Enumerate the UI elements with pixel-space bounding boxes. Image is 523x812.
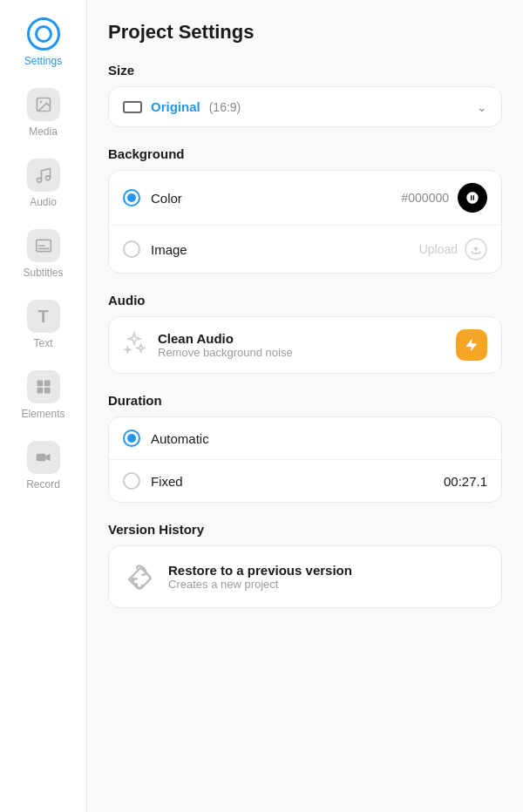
audio-section-label: Audio: [108, 293, 502, 308]
audio-card: Clean Audio Remove background noise: [108, 316, 502, 374]
restore-row[interactable]: Restore to a previous version Creates a …: [109, 546, 501, 607]
fixed-radio[interactable]: [123, 472, 140, 490]
clean-audio-title: Clean Audio: [158, 331, 293, 346]
settings-icon: [27, 17, 60, 51]
sidebar-label-record: Record: [26, 478, 60, 491]
background-color-row: Color #000000: [109, 171, 501, 226]
svg-point-3: [45, 176, 50, 180]
fixed-row: Fixed 00:27.1: [109, 460, 501, 502]
automatic-label: Automatic: [151, 431, 209, 446]
sidebar-label-audio: Audio: [30, 196, 57, 208]
color-radio[interactable]: [123, 189, 140, 206]
background-section-label: Background: [108, 146, 502, 161]
svg-rect-8: [44, 388, 50, 394]
automatic-radio[interactable]: [123, 430, 140, 447]
clean-audio-text: Clean Audio Remove background noise: [158, 331, 293, 359]
aspect-ratio-icon: [123, 101, 142, 113]
restore-text: Restore to a previous version Creates a …: [168, 563, 352, 591]
sidebar-label-media: Media: [29, 125, 58, 138]
duration-card: Automatic Fixed 00:27.1: [108, 416, 502, 503]
text-icon: T: [27, 300, 60, 333]
record-icon: [27, 441, 60, 474]
svg-rect-9: [36, 454, 45, 461]
sidebar-item-subtitles[interactable]: Subtitles: [5, 220, 82, 288]
svg-rect-6: [44, 381, 50, 387]
color-swatch[interactable]: [458, 183, 487, 213]
size-dropdown[interactable]: Original (16:9) ⌄: [109, 87, 501, 126]
sidebar-item-media[interactable]: Media: [5, 79, 82, 146]
size-card: Original (16:9) ⌄: [108, 86, 502, 127]
sidebar-label-elements: Elements: [21, 408, 65, 420]
fixed-label: Fixed: [151, 474, 183, 489]
main-content: Project Settings Size Original (16:9) ⌄ …: [87, 0, 523, 812]
color-label: Color: [151, 191, 182, 206]
lightning-button[interactable]: [456, 329, 487, 361]
svg-point-1: [39, 101, 42, 104]
automatic-row: Automatic: [109, 417, 501, 460]
restore-subtitle: Creates a new project: [168, 578, 352, 591]
clean-audio-subtitle: Remove background noise: [158, 346, 293, 359]
sidebar-item-record[interactable]: Record: [5, 432, 82, 499]
subtitles-icon: [27, 229, 60, 262]
svg-rect-5: [37, 381, 43, 387]
color-hex-value: #000000: [401, 191, 449, 205]
sidebar-item-settings[interactable]: Settings: [5, 9, 82, 76]
clean-audio-row: Clean Audio Remove background noise: [109, 317, 501, 373]
sidebar-item-audio[interactable]: Audio: [5, 150, 82, 217]
background-image-row: Image Upload: [109, 226, 501, 273]
sidebar: Settings Media Audio Subtitles T Text El…: [0, 0, 87, 812]
sidebar-item-elements[interactable]: Elements: [5, 362, 82, 429]
sidebar-item-text[interactable]: T Text: [5, 291, 82, 358]
version-history-card: Restore to a previous version Creates a …: [108, 545, 502, 608]
sidebar-label-text: Text: [33, 337, 52, 349]
background-card: Color #000000 Image Upload: [108, 170, 502, 274]
upload-button[interactable]: Upload: [419, 238, 487, 261]
size-selected: Original: [151, 99, 200, 114]
svg-point-2: [37, 178, 41, 182]
page-title: Project Settings: [108, 21, 502, 44]
size-left: Original (16:9): [123, 99, 241, 114]
svg-rect-7: [37, 388, 43, 394]
elements-icon: [27, 370, 60, 403]
fixed-time-value: 00:27.1: [444, 474, 487, 489]
size-meta: (16:9): [209, 100, 241, 114]
upload-text: Upload: [419, 242, 458, 256]
size-section-label: Size: [108, 63, 502, 78]
puzzle-icon: [123, 560, 156, 593]
audio-icon: [27, 159, 60, 192]
sidebar-label-settings: Settings: [24, 55, 62, 67]
restore-title: Restore to a previous version: [168, 563, 352, 578]
duration-section-label: Duration: [108, 393, 502, 408]
upload-icon: [465, 238, 487, 261]
image-radio[interactable]: [123, 240, 140, 258]
image-label: Image: [151, 242, 187, 257]
sparkle-icon: [123, 331, 146, 359]
media-icon: [27, 88, 60, 121]
sidebar-label-subtitles: Subtitles: [23, 267, 63, 279]
chevron-down-icon: ⌄: [477, 100, 487, 114]
version-history-section-label: Version History: [108, 522, 502, 537]
